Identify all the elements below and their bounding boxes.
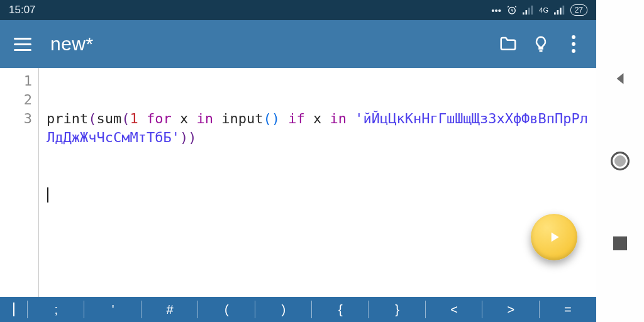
nav-recent-button[interactable]	[608, 231, 633, 256]
sym-key[interactable]: '	[84, 297, 141, 322]
sym-key[interactable]: #	[142, 297, 198, 322]
sym-key[interactable]: =	[540, 297, 596, 322]
svg-rect-1	[523, 13, 525, 15]
hint-button[interactable]	[525, 28, 557, 60]
signal-icon	[523, 5, 534, 15]
code-line	[47, 242, 590, 260]
more-icon: •••	[491, 5, 501, 16]
svg-rect-5	[554, 13, 556, 15]
overflow-menu-button[interactable]	[557, 28, 590, 60]
nav-home-button[interactable]	[608, 148, 633, 174]
triangle-back-icon	[612, 70, 628, 87]
app-screen: 15:07 ••• 4G 27 new*	[0, 0, 596, 322]
run-button[interactable]	[531, 214, 577, 260]
clock: 15:07	[9, 4, 36, 16]
open-folder-button[interactable]	[492, 28, 525, 60]
circle-home-icon	[611, 152, 630, 170]
menu-button[interactable]	[11, 33, 34, 55]
sym-key[interactable]: (	[198, 297, 255, 322]
svg-rect-6	[557, 10, 558, 14]
svg-rect-8	[562, 6, 564, 14]
line-number: 3	[0, 109, 32, 128]
symbol-bar: ; ' # ( ) { } < > =	[0, 297, 596, 322]
svg-rect-3	[528, 8, 530, 14]
line-number: 1	[0, 72, 32, 91]
svg-rect-4	[531, 6, 533, 14]
battery-indicator: 27	[570, 4, 587, 16]
sym-key[interactable]: }	[369, 297, 425, 322]
dots-vertical-icon	[572, 35, 575, 53]
network-type: 4G	[539, 7, 549, 14]
nav-back-button[interactable]	[608, 66, 633, 91]
sym-key[interactable]: )	[255, 297, 312, 322]
file-title: new*	[50, 33, 94, 55]
line-gutter: 1 2 3	[0, 68, 39, 297]
svg-rect-2	[525, 10, 527, 14]
status-right: ••• 4G 27	[491, 4, 587, 16]
line-number: 2	[0, 91, 32, 109]
alarm-icon	[506, 4, 518, 16]
toolbar: new*	[0, 20, 596, 68]
sym-tab-key[interactable]	[0, 297, 28, 322]
code-area[interactable]: print(sum(1 for x in input() if x in 'йЙ…	[39, 68, 596, 297]
sym-key[interactable]: {	[312, 297, 369, 322]
code-line	[47, 185, 590, 204]
svg-rect-7	[560, 8, 562, 14]
system-nav-bar	[596, 0, 644, 322]
code-line: print(sum(1 for x in input() if x in 'йЙ…	[47, 109, 590, 147]
square-recent-icon	[613, 236, 627, 250]
signal2-icon	[554, 5, 565, 15]
code-editor[interactable]: 1 2 3 print(sum(1 for x in input() if x …	[0, 68, 596, 297]
sym-key[interactable]: ;	[28, 297, 84, 322]
status-bar: 15:07 ••• 4G 27	[0, 0, 596, 20]
play-icon	[546, 229, 562, 245]
sym-key[interactable]: >	[482, 297, 539, 322]
text-caret	[47, 187, 48, 203]
sym-key[interactable]: <	[426, 297, 482, 322]
